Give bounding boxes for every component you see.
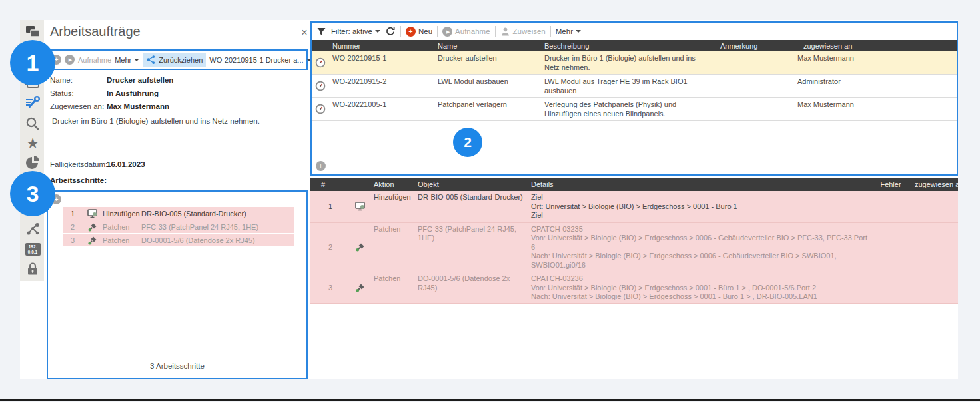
field-value: Drucker aufstellen (107, 76, 173, 84)
refresh-icon[interactable] (385, 26, 396, 37)
column-objekt[interactable]: Objekt (414, 180, 528, 188)
topology-icon[interactable] (25, 221, 41, 237)
zurueckziehen-button[interactable]: Zurückziehen (143, 53, 206, 67)
column-aktion[interactable]: Aktion (370, 180, 414, 188)
work-step-row[interactable]: 3PatchenDO-0001-5/6 (Datendose 2x RJ45)C… (310, 272, 958, 304)
detail-field-row: Zugewiesen an:Max Mustermann (50, 100, 303, 113)
lock-icon[interactable] (25, 261, 41, 277)
detail-toolbar: + ▶ Aufnahme Mehr Zurückziehen WO-202109… (47, 49, 308, 70)
column-beschreibung[interactable]: Beschreibung (541, 42, 711, 50)
column-nr[interactable]: # (310, 180, 350, 188)
app-window: ★ 192. 0.0.1 Arbeitsaufträg (20, 20, 958, 379)
mehr-label: Mehr (556, 27, 573, 35)
cell-anmerkung (711, 98, 794, 120)
work-step-row[interactable]: 1HinzufügenDR-BIO-005 (Standard-Drucker)… (310, 191, 958, 223)
toolbar-separator (495, 26, 496, 37)
zurueckziehen-label: Zurückziehen (159, 56, 203, 64)
work-order-status-icon (312, 98, 329, 120)
detail-field-row: Name:Drucker aufstellen (50, 73, 303, 87)
cell-step-number: 1 (310, 191, 350, 222)
gauge-icon (315, 81, 326, 91)
ip-address-icon[interactable]: 192. 0.0.1 (25, 241, 41, 257)
step-row[interactable]: 2PatchenPFC-33 (PatchPanel 24 RJ45, 1HE) (63, 220, 294, 234)
plus-icon: + (406, 27, 416, 37)
column-details[interactable]: Details (528, 180, 870, 188)
cell-name: Drucker aufstellen (434, 51, 541, 74)
cell-step-number: 3 (310, 272, 350, 303)
cell-fehler (870, 191, 911, 222)
filter-dropdown[interactable]: Filter: aktive (331, 27, 380, 35)
column-zugewiesen-an[interactable]: zugewiesen an (794, 42, 957, 50)
step-object: PFC-33 (PatchPanel 24 RJ45, 1HE) (141, 223, 258, 231)
detail-line: Ziel (531, 193, 870, 202)
neu-button[interactable]: + Neu (406, 27, 432, 37)
work-orders-icon[interactable] (25, 95, 41, 110)
work-order-row[interactable]: WO-20221005-1Patchpanel verlagernVerlegu… (312, 98, 957, 121)
cell-aktion: Hinzufügen (370, 191, 414, 222)
orders-toolbar: Filter: aktive + Neu ▶ Aufnahme (312, 23, 957, 40)
filter-icon[interactable] (316, 27, 326, 37)
patch-icon (87, 222, 98, 232)
aufnahme-button-disabled: Aufnahme (78, 56, 111, 64)
annotation-badge-2: 2 (453, 128, 482, 157)
chevron-down-icon (576, 30, 581, 33)
orders-table-header: NummerNameBeschreibungAnmerkungzugewiese… (312, 40, 957, 51)
due-date-row: Fälligkeitsdatum: 16.01.2023 (50, 158, 145, 171)
column-fehler[interactable]: Fehler (870, 180, 911, 188)
field-value: Max Mustermann (107, 102, 169, 110)
work-order-row[interactable]: WO-20210915-1Drucker aufstellenDrucker i… (312, 51, 957, 75)
search-icon[interactable] (25, 116, 41, 132)
steps-table-header: #AktionObjektDetailsFehlerzugewiesen an (310, 178, 958, 191)
step-row[interactable]: 1HinzufügenDR-BIO-005 (Standard-Drucker) (63, 207, 294, 220)
screenshot-frame: ★ 192. 0.0.1 Arbeitsaufträg (0, 0, 980, 402)
column-nummer[interactable]: Nummer (329, 42, 434, 50)
mehr-button[interactable]: Mehr (556, 27, 581, 35)
cell-name: Patchpanel verlagern (434, 98, 541, 120)
aufnahme-label: Aufnahme (455, 27, 490, 35)
cell-anmerkung (711, 75, 794, 97)
mehr-button[interactable]: Mehr (115, 56, 139, 64)
close-icon[interactable]: × (298, 27, 310, 39)
star-glyph: ★ (26, 136, 39, 151)
work-order-row[interactable]: WO-20210915-2LWL Modul ausbauenLWL Modul… (312, 75, 957, 98)
cell-fehler (870, 272, 911, 303)
ip-line2: 0.0.1 (25, 250, 41, 255)
orders-panel: Filter: aktive + Neu ▶ Aufnahme (310, 21, 958, 176)
field-value: In Ausführung (107, 89, 159, 97)
order-selector[interactable]: WO-20210915-1 Drucker a... (209, 56, 311, 64)
steps-section-label: Arbeitsschritte: (50, 176, 107, 184)
cell-name: LWL Modul ausbauen (434, 75, 541, 97)
zuweisen-button-disabled: Zuweisen (500, 27, 546, 37)
devices-icon[interactable] (25, 24, 41, 40)
order-selector-value: WO-20210915-1 Drucker a... (209, 56, 303, 64)
star-icon[interactable]: ★ (25, 136, 41, 152)
gauge-icon (315, 57, 326, 68)
cell-zugewiesen-an: Max Mustermann (794, 98, 957, 120)
step-action: Hinzufügen (103, 210, 141, 218)
work-step-row[interactable]: 2PatchenPFC-33 (PatchPanel 24 RJ45, 1HE)… (310, 223, 958, 273)
detail-field-row: Status:In Ausführung (50, 87, 303, 100)
step-number: 3 (63, 236, 83, 244)
steps-box: + 1HinzufügenDR-BIO-005 (Standard-Drucke… (47, 190, 308, 379)
cell-step-icon (350, 223, 370, 272)
page-title: Arbeitsaufträge (50, 24, 141, 39)
steps-table-body: 1HinzufügenDR-BIO-005 (Standard-Drucker)… (310, 191, 958, 304)
window-bottom-edge (0, 399, 980, 401)
cell-step-icon (350, 191, 370, 222)
cell-fehler (870, 223, 911, 272)
column-name[interactable]: Name (434, 42, 541, 50)
column-zugewiesen-an[interactable]: zugewiesen an (911, 180, 958, 188)
add-order-button[interactable]: + (316, 161, 326, 171)
column-anmerkung[interactable]: Anmerkung (711, 42, 794, 50)
detail-line: Von: Universität > Biologie (BIO) > Erdg… (531, 234, 870, 252)
cell-details: ZielOrt: Universität > Biologie (BIO) > … (528, 191, 870, 222)
record-icon[interactable]: ▶ (65, 55, 75, 65)
due-date-value: 16.01.2023 (107, 160, 145, 168)
toolbar-separator (437, 26, 438, 37)
pie-chart-icon[interactable] (25, 154, 41, 170)
step-action: Patchen (103, 236, 141, 244)
step-row[interactable]: 3PatchenDO-0001-5/6 (Datendose 2x RJ45) (63, 234, 294, 247)
cell-zugewiesen-an (911, 223, 958, 272)
neu-label: Neu (418, 27, 432, 35)
due-date-label: Fälligkeitsdatum: (50, 160, 107, 168)
